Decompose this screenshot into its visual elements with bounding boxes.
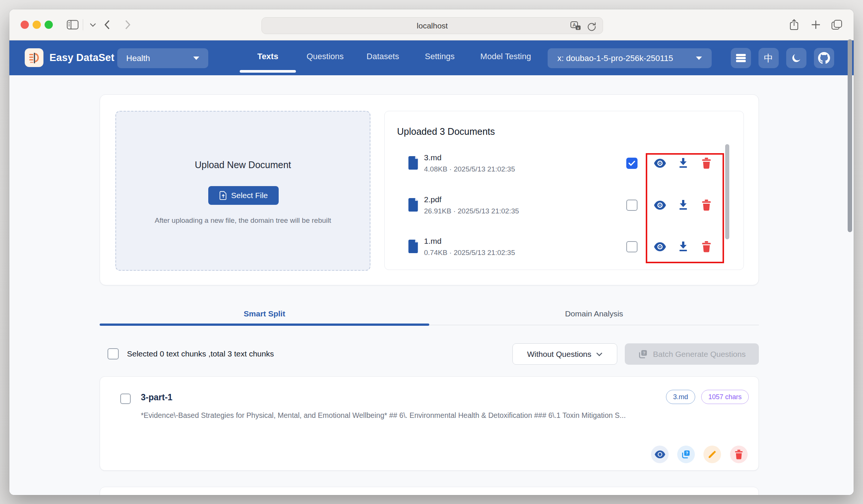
documents-scrollbar[interactable] [725,144,729,239]
chunk-checkbox[interactable] [120,394,131,404]
question-filter-value: Without Questions [527,350,591,359]
app-navbar: Easy DataSet Health Texts Questions Data… [9,40,854,75]
active-split-tab-indicator [100,324,429,326]
translate-icon[interactable]: Ax [570,21,582,32]
tab-datasets[interactable]: Datasets [367,40,399,73]
close-window-button[interactable] [21,21,29,29]
document-meta: 26.91KB · 2025/5/13 21:02:35 [424,207,519,215]
select-file-button[interactable]: Select File [208,186,279,205]
document-checkbox[interactable] [626,241,638,252]
selection-summary: Selected 0 text chunks ,total 3 text chu… [127,349,274,358]
chunk-chars-badge: 1057 chars [701,390,749,404]
download-document-button[interactable] [677,157,690,170]
chrome-divider [83,19,83,30]
forward-button[interactable] [121,18,135,32]
chunk-card [100,487,759,495]
tab-overview-icon[interactable] [830,18,844,32]
pencil-icon [708,450,717,459]
batch-generate-questions-button[interactable]: ? Batch Generate Questions [625,343,759,365]
chunk-title[interactable]: 3-part-1 [141,392,172,403]
file-icon [408,156,419,171]
dark-mode-button[interactable] [786,48,806,68]
upload-hint: After uploading a new file, the domain t… [116,216,370,225]
new-tab-icon[interactable] [809,18,823,32]
back-button[interactable] [100,18,114,32]
chunk-file-badge: 3.md [666,390,695,404]
edit-chunk-button[interactable] [703,446,721,463]
app-logo[interactable] [25,48,43,67]
share-icon[interactable] [787,18,801,32]
generate-question-button[interactable]: ? [677,446,695,463]
page-scrollbar[interactable] [848,39,852,232]
chunk-card: 3-part-1 3.md 1057 chars *Evidence\-Base… [100,376,759,471]
upload-dropzone[interactable]: Upload New Document Select File After up… [115,111,370,271]
delete-document-button[interactable] [700,199,713,212]
select-all-chunks-checkbox[interactable] [108,348,119,359]
svg-text:?: ? [686,451,688,455]
eye-icon [654,200,666,210]
view-document-button[interactable] [654,157,666,170]
view-chunk-button[interactable] [651,446,669,463]
model-select-value: x: doubao-1-5-pro-256k-250115 [557,54,673,63]
view-document-button[interactable] [654,240,666,253]
brand-title: Easy DataSet [49,40,115,75]
github-icon [818,52,830,64]
eye-icon [654,158,666,168]
url-text: localhost [417,21,448,30]
download-document-button[interactable] [677,240,690,253]
address-bar[interactable]: localhost Ax [261,17,603,34]
upload-title: Upload New Document [116,160,370,170]
project-select[interactable]: Health [117,48,208,68]
active-tab-indicator [240,70,296,73]
tab-smart-split[interactable]: Smart Split [244,306,285,322]
tab-questions[interactable]: Questions [306,40,343,73]
delete-document-button[interactable] [700,240,713,253]
download-document-button[interactable] [677,199,690,212]
chunk-preview-text: *Evidence\-Based Strategies for Physical… [141,411,733,420]
reload-icon[interactable] [585,21,597,32]
minimize-window-button[interactable] [33,21,41,29]
zoom-window-button[interactable] [45,21,53,29]
model-select[interactable]: x: doubao-1-5-pro-256k-250115 [548,48,712,68]
page-content: Upload New Document Select File After up… [9,75,854,495]
eye-icon [654,242,666,252]
document-checkbox[interactable] [626,200,638,211]
file-icon [408,240,419,255]
tab-smart-split-label: Smart Split [244,309,285,318]
chevron-down-icon[interactable] [86,18,100,32]
tab-settings[interactable]: Settings [425,40,455,73]
tab-texts[interactable]: Texts [257,40,278,73]
document-row: 3.md 4.08KB · 2025/5/13 21:02:35 [385,152,744,186]
moon-icon [791,53,802,63]
document-checkbox[interactable] [626,158,638,169]
tab-domain-analysis[interactable]: Domain Analysis [565,306,623,322]
delete-document-button[interactable] [700,157,713,170]
eye-icon [654,450,666,459]
documents-section-card: Upload New Document Select File After up… [100,94,759,285]
generate-questions-icon: ? [681,449,691,459]
svg-text:?: ? [643,350,645,355]
download-icon [678,158,688,169]
github-button[interactable] [814,48,834,68]
document-row: 2.pdf 26.91KB · 2025/5/13 21:02:35 [385,194,744,228]
batch-generate-questions-label: Batch Generate Questions [653,350,745,359]
language-toggle-button[interactable]: 中 [758,48,779,68]
sidebar-toggle-icon[interactable] [66,18,80,32]
chevron-down-icon [596,352,603,356]
view-document-button[interactable] [654,199,666,212]
question-filter-select[interactable]: Without Questions [512,343,617,365]
document-name: 3.md [424,153,442,162]
task-list-button[interactable] [731,48,751,68]
browser-window: localhost Ax [9,9,854,495]
delete-chunk-button[interactable] [730,446,748,463]
documents-list: 3.md 4.08KB · 2025/5/13 21:02:35 [385,143,744,261]
document-row: 1.md 0.74KB · 2025/5/13 21:02:35 [385,236,744,261]
uploaded-documents-heading: Uploaded 3 Documents [397,126,495,137]
tab-model-testing[interactable]: Model Testing [480,40,531,73]
download-icon [678,200,688,211]
tab-datasets-label: Datasets [367,52,399,61]
chevron-down-icon [193,57,199,60]
file-icon [408,198,419,213]
list-icon [735,53,747,63]
svg-text:A: A [573,22,576,28]
